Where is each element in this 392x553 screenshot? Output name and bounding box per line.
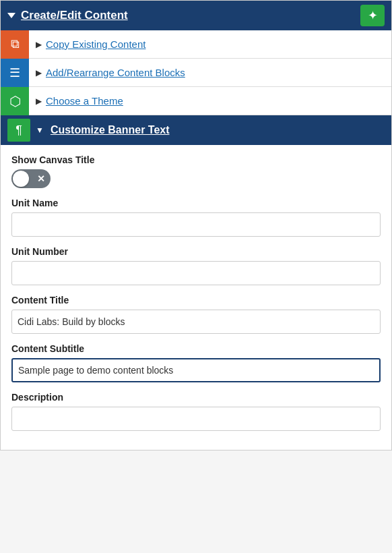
- main-panel: Create/Edit Content ✦ ⧉ ▶ Copy Existing …: [0, 0, 392, 450]
- toggle-container: ✕: [11, 169, 381, 188]
- unit-name-label: Unit Name: [11, 198, 381, 208]
- menu-item-copy[interactable]: ⧉ ▶ Copy Existing Content: [1, 30, 391, 59]
- menu-arrow-rearrange: ▶: [36, 68, 42, 78]
- canvas-title-toggle[interactable]: ✕: [11, 169, 51, 188]
- content-title-group: Content Title: [11, 295, 381, 334]
- content-subtitle-input[interactable]: [11, 358, 381, 382]
- magic-button[interactable]: ✦: [360, 5, 385, 26]
- panel-header: Create/Edit Content ✦: [1, 1, 391, 30]
- menu-item-theme[interactable]: ⬡ ▶ Choose a Theme: [1, 87, 391, 115]
- unit-number-label: Unit Number: [11, 246, 381, 257]
- paragraph-icon: ¶: [7, 119, 30, 142]
- menu-label-rearrange: Add/Rearrange Content Blocks: [46, 67, 185, 78]
- menu-item-rearrange[interactable]: ☰ ▶ Add/Rearrange Content Blocks: [1, 59, 391, 87]
- menu-arrow-theme: ▶: [36, 96, 42, 106]
- section-header-customize: ¶ ▼ Customize Banner Text: [1, 115, 391, 145]
- unit-name-input[interactable]: [11, 212, 381, 237]
- show-canvas-title-label: Show Canvas Title: [11, 154, 381, 165]
- toggle-x-icon: ✕: [37, 173, 45, 184]
- panel-title: Create/Edit Content: [21, 9, 128, 22]
- description-label: Description: [11, 392, 381, 403]
- chevron-down-icon[interactable]: [7, 13, 15, 18]
- toggle-knob: [13, 171, 29, 187]
- rearrange-icon: ☰: [1, 59, 29, 87]
- unit-number-group: Unit Number: [11, 246, 381, 285]
- content-subtitle-group: Content Subtitle: [11, 343, 381, 382]
- theme-icon: ⬡: [1, 87, 29, 115]
- form-area: Show Canvas Title ✕ Unit Name Unit: [1, 145, 391, 450]
- content-title-label: Content Title: [11, 295, 381, 305]
- menu-label-copy: Copy Existing Content: [46, 38, 145, 50]
- description-input[interactable]: [11, 407, 381, 431]
- show-canvas-title-group: Show Canvas Title ✕: [11, 154, 381, 188]
- section-chevron-icon[interactable]: ▼: [36, 125, 44, 135]
- description-group: Description: [11, 392, 381, 431]
- header-left: Create/Edit Content: [7, 9, 128, 22]
- magic-icon: ✦: [368, 8, 378, 23]
- menu-arrow-copy: ▶: [36, 40, 42, 49]
- content-title-input[interactable]: [11, 310, 381, 334]
- content-subtitle-label: Content Subtitle: [11, 343, 381, 354]
- unit-number-input[interactable]: [11, 261, 381, 285]
- menu-label-theme: Choose a Theme: [46, 95, 123, 107]
- copy-icon: ⧉: [1, 30, 29, 59]
- section-title-customize: Customize Banner Text: [51, 124, 170, 136]
- unit-name-group: Unit Name: [11, 198, 381, 237]
